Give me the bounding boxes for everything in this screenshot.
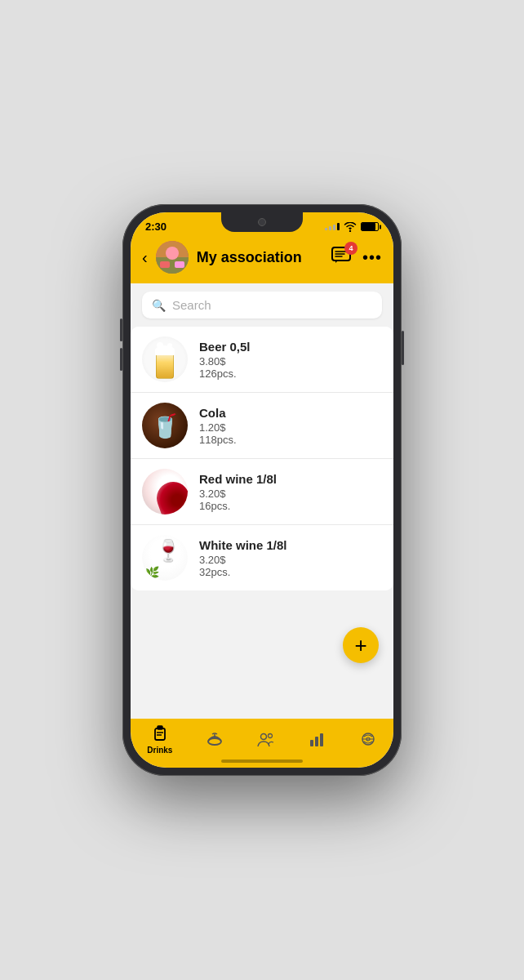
svg-point-16 bbox=[260, 733, 266, 739]
svg-rect-4 bbox=[160, 261, 170, 268]
list-item[interactable]: Red wine 1/8l 3.20$ 16pcs. bbox=[131, 459, 393, 525]
status-time: 2:30 bbox=[145, 220, 167, 233]
nav-item-drinks[interactable]: Drinks bbox=[147, 725, 172, 755]
home-indicator bbox=[221, 760, 303, 763]
signal-icon bbox=[325, 223, 340, 230]
item-image-beer bbox=[142, 336, 188, 382]
battery-icon bbox=[361, 222, 379, 231]
svg-rect-18 bbox=[310, 740, 313, 746]
notification-badge: 4 bbox=[344, 242, 357, 255]
svg-rect-20 bbox=[320, 733, 323, 746]
status-icons bbox=[325, 222, 379, 232]
vol-up-button bbox=[120, 318, 122, 341]
more-button[interactable]: ••• bbox=[362, 248, 382, 267]
phone-screen: 2:30 ‹ bbox=[131, 212, 393, 768]
chat-button[interactable]: 4 bbox=[331, 247, 353, 268]
svg-rect-5 bbox=[175, 261, 184, 268]
search-bar[interactable]: 🔍 Search bbox=[142, 292, 382, 318]
herb-icon: 🌿 bbox=[145, 566, 159, 579]
item-qty: 32pcs. bbox=[199, 566, 382, 578]
svg-point-17 bbox=[268, 733, 272, 737]
beer-glass-icon bbox=[156, 351, 174, 379]
food-nav-icon bbox=[206, 730, 224, 748]
list-item[interactable]: Beer 0,5l 3.80$ 126pcs. bbox=[131, 327, 393, 393]
item-price: 3.80$ bbox=[199, 355, 382, 368]
search-section: 🔍 Search bbox=[131, 283, 393, 327]
avatar bbox=[156, 241, 189, 274]
item-name: White wine 1/8l bbox=[199, 538, 382, 552]
list-item[interactable]: 🥤 Cola 1.20$ 118pcs. bbox=[131, 393, 393, 459]
item-image-whitewine: 🍷 🌿 bbox=[142, 535, 188, 581]
svg-rect-19 bbox=[315, 737, 318, 746]
item-name: Beer 0,5l bbox=[199, 340, 382, 354]
notch bbox=[221, 212, 303, 232]
search-input[interactable]: Search bbox=[172, 298, 211, 312]
nav-item-members[interactable] bbox=[257, 730, 275, 751]
power-button bbox=[402, 331, 404, 365]
phone-frame: 2:30 ‹ bbox=[122, 204, 402, 776]
camera bbox=[258, 218, 266, 226]
svg-point-0 bbox=[349, 229, 351, 231]
vol-down-button bbox=[120, 348, 122, 371]
item-image-cola: 🥤 bbox=[142, 403, 188, 448]
item-info-redwine: Red wine 1/8l 3.20$ 16pcs. bbox=[199, 472, 382, 512]
item-qty: 16pcs. bbox=[199, 500, 382, 512]
item-image-redwine bbox=[142, 469, 188, 514]
add-button[interactable]: + bbox=[343, 627, 379, 663]
list-item[interactable]: 🍷 🌿 White wine 1/8l 3.20$ 32pcs. bbox=[131, 525, 393, 590]
search-icon: 🔍 bbox=[152, 299, 166, 312]
back-button[interactable]: ‹ bbox=[142, 249, 148, 265]
nav-item-food[interactable] bbox=[206, 730, 224, 751]
redwine-splash-icon bbox=[152, 477, 188, 514]
drinks-nav-icon bbox=[151, 725, 169, 743]
item-price: 1.20$ bbox=[199, 421, 382, 434]
item-qty: 126pcs. bbox=[199, 368, 382, 380]
nav-label-drinks: Drinks bbox=[147, 746, 172, 755]
header-actions: 4 ••• bbox=[331, 247, 382, 268]
beer-foam-icon bbox=[155, 345, 175, 355]
content-area: 🔍 Search Beer 0,5l 3.80$ 126p bbox=[131, 283, 393, 719]
stats-nav-icon bbox=[308, 730, 326, 748]
item-info-cola: Cola 1.20$ 118pcs. bbox=[199, 406, 382, 446]
wifi-icon bbox=[344, 222, 357, 232]
item-name: Cola bbox=[199, 406, 382, 420]
item-price: 3.20$ bbox=[199, 488, 382, 500]
item-info-whitewine: White wine 1/8l 3.20$ 32pcs. bbox=[199, 538, 382, 578]
settings-nav-icon bbox=[359, 730, 377, 748]
members-nav-icon bbox=[257, 730, 275, 748]
item-name: Red wine 1/8l bbox=[199, 472, 382, 486]
svg-point-3 bbox=[166, 247, 179, 260]
product-list: Beer 0,5l 3.80$ 126pcs. 🥤 Cola 1.20$ 118… bbox=[131, 327, 393, 590]
svg-rect-10 bbox=[155, 728, 165, 740]
page-title: My association bbox=[197, 249, 323, 266]
app-header: ‹ My association bbox=[131, 236, 393, 283]
nav-item-settings[interactable] bbox=[359, 730, 377, 751]
svg-rect-11 bbox=[158, 726, 162, 729]
item-info-beer: Beer 0,5l 3.80$ 126pcs. bbox=[199, 340, 382, 380]
item-price: 3.20$ bbox=[199, 554, 382, 566]
item-qty: 118pcs. bbox=[199, 434, 382, 446]
nav-item-stats[interactable] bbox=[308, 730, 326, 751]
